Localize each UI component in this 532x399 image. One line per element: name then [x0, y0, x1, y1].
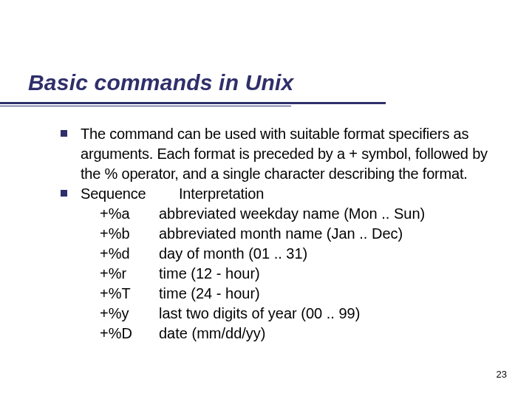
cell-sequence: +%d — [100, 244, 159, 264]
bullet-square-icon — [61, 190, 67, 197]
bullet-item: Sequence Interpretation — [61, 184, 502, 204]
title-underline-thin — [0, 106, 291, 106]
cell-interpretation: last two digits of year (00 .. 99) — [159, 304, 360, 324]
table-row: +%r time (12 - hour) — [100, 264, 502, 284]
cell-interpretation: abbreviated month name (Jan .. Dec) — [159, 224, 403, 244]
bullet-square-icon — [61, 130, 67, 137]
slide: Basic commands in Unix The command can b… — [0, 0, 532, 399]
format-table: +%a abbreviated weekday name (Mon .. Sun… — [100, 204, 502, 344]
header-interpretation: Interpretation — [179, 184, 264, 204]
cell-sequence: +%y — [100, 304, 159, 324]
cell-interpretation: day of month (01 .. 31) — [159, 244, 307, 264]
title-underline-thick — [0, 102, 386, 104]
table-row: +%T time (24 - hour) — [100, 284, 502, 304]
page-number: 23 — [497, 369, 507, 380]
cell-interpretation: time (24 - hour) — [159, 284, 260, 304]
table-row: +%D date (mm/dd/yy) — [100, 324, 502, 344]
cell-sequence: +%T — [100, 284, 159, 304]
bullet-item: The command can be used with suitable fo… — [61, 124, 502, 184]
cell-interpretation: abbreviated weekday name (Mon .. Sun) — [159, 204, 425, 224]
format-header-row: Sequence Interpretation — [81, 184, 264, 204]
slide-title: Basic commands in Unix — [28, 70, 504, 95]
cell-sequence: +%a — [100, 204, 159, 224]
table-row: +%b abbreviated month name (Jan .. Dec) — [100, 224, 502, 244]
header-sequence: Sequence — [81, 184, 179, 204]
paragraph-text: The command can be used with suitable fo… — [81, 124, 502, 184]
cell-interpretation: date (mm/dd/yy) — [159, 324, 265, 344]
cell-interpretation: time (12 - hour) — [159, 264, 260, 284]
slide-body: The command can be used with suitable fo… — [61, 124, 502, 344]
table-row: +%d day of month (01 .. 31) — [100, 244, 502, 264]
cell-sequence: +%b — [100, 224, 159, 244]
cell-sequence: +%r — [100, 264, 159, 284]
cell-sequence: +%D — [100, 324, 159, 344]
table-row: +%a abbreviated weekday name (Mon .. Sun… — [100, 204, 502, 224]
table-row: +%y last two digits of year (00 .. 99) — [100, 304, 502, 324]
